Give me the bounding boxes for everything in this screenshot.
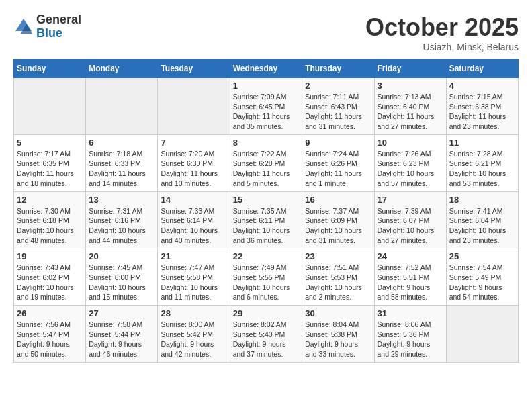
day-info: Sunrise: 7:31 AM Sunset: 6:16 PM Dayligh… (89, 206, 154, 246)
day-info: Sunrise: 7:35 AM Sunset: 6:11 PM Dayligh… (233, 206, 300, 246)
day-number: 14 (161, 195, 226, 205)
location-text: Usiazh, Minsk, Belarus (365, 42, 519, 52)
calendar-week-3: 12Sunrise: 7:30 AM Sunset: 6:18 PM Dayli… (14, 191, 519, 248)
weekday-header-saturday: Saturday (446, 60, 518, 78)
calendar-cell (86, 78, 158, 135)
calendar-cell: 4Sunrise: 7:15 AM Sunset: 6:38 PM Daylig… (446, 78, 518, 135)
calendar-cell (14, 78, 86, 135)
day-number: 10 (378, 138, 443, 148)
day-number: 16 (305, 195, 371, 205)
weekday-header-friday: Friday (374, 60, 446, 78)
calendar-cell: 10Sunrise: 7:26 AM Sunset: 6:23 PM Dayli… (374, 134, 446, 191)
day-info: Sunrise: 7:17 AM Sunset: 6:35 PM Dayligh… (17, 149, 83, 189)
calendar-cell: 22Sunrise: 7:49 AM Sunset: 5:55 PM Dayli… (230, 248, 302, 306)
day-number: 23 (305, 251, 371, 261)
day-number: 2 (305, 81, 371, 91)
title-area: October 2025 Usiazh, Minsk, Belarus (365, 13, 519, 52)
calendar-header: SundayMondayTuesdayWednesdayThursdayFrid… (14, 60, 519, 78)
day-info: Sunrise: 7:39 AM Sunset: 6:07 PM Dayligh… (378, 206, 443, 246)
day-number: 8 (233, 138, 300, 148)
calendar-cell: 25Sunrise: 7:54 AM Sunset: 5:49 PM Dayli… (446, 248, 518, 306)
day-info: Sunrise: 7:41 AM Sunset: 6:04 PM Dayligh… (449, 206, 515, 246)
day-number: 15 (233, 195, 300, 205)
calendar-table: SundayMondayTuesdayWednesdayThursdayFrid… (13, 59, 519, 363)
weekday-header-monday: Monday (86, 60, 158, 78)
calendar-cell: 18Sunrise: 7:41 AM Sunset: 6:04 PM Dayli… (446, 191, 518, 248)
day-info: Sunrise: 7:43 AM Sunset: 6:02 PM Dayligh… (17, 263, 83, 302)
day-number: 30 (305, 308, 371, 318)
page-header: General Blue October 2025 Usiazh, Minsk,… (13, 13, 519, 52)
logo-general-text: General (36, 13, 81, 27)
day-number: 9 (305, 138, 371, 148)
day-number: 11 (449, 138, 515, 148)
day-info: Sunrise: 7:28 AM Sunset: 6:21 PM Dayligh… (449, 149, 515, 189)
calendar-cell: 15Sunrise: 7:35 AM Sunset: 6:11 PM Dayli… (230, 191, 302, 248)
calendar-body: 1Sunrise: 7:09 AM Sunset: 6:45 PM Daylig… (14, 78, 519, 363)
day-number: 13 (89, 195, 154, 205)
day-info: Sunrise: 7:51 AM Sunset: 5:53 PM Dayligh… (305, 263, 371, 302)
day-info: Sunrise: 7:11 AM Sunset: 6:43 PM Dayligh… (305, 92, 371, 132)
day-info: Sunrise: 8:04 AM Sunset: 5:38 PM Dayligh… (305, 320, 371, 359)
day-number: 6 (89, 138, 154, 148)
day-number: 18 (449, 195, 515, 205)
day-info: Sunrise: 7:47 AM Sunset: 5:58 PM Dayligh… (161, 263, 226, 302)
calendar-week-5: 26Sunrise: 7:56 AM Sunset: 5:47 PM Dayli… (14, 306, 519, 363)
calendar-cell: 1Sunrise: 7:09 AM Sunset: 6:45 PM Daylig… (230, 78, 302, 135)
calendar-cell: 27Sunrise: 7:58 AM Sunset: 5:44 PM Dayli… (86, 306, 158, 363)
day-info: Sunrise: 7:45 AM Sunset: 6:00 PM Dayligh… (89, 263, 154, 302)
day-info: Sunrise: 7:52 AM Sunset: 5:51 PM Dayligh… (378, 263, 443, 302)
calendar-cell: 14Sunrise: 7:33 AM Sunset: 6:14 PM Dayli… (158, 191, 230, 248)
calendar-week-4: 19Sunrise: 7:43 AM Sunset: 6:02 PM Dayli… (14, 248, 519, 306)
day-number: 28 (161, 308, 226, 318)
day-info: Sunrise: 7:56 AM Sunset: 5:47 PM Dayligh… (17, 320, 83, 359)
day-number: 20 (89, 251, 154, 261)
day-info: Sunrise: 7:24 AM Sunset: 6:26 PM Dayligh… (305, 149, 371, 189)
calendar-cell: 5Sunrise: 7:17 AM Sunset: 6:35 PM Daylig… (14, 134, 86, 191)
calendar-cell: 24Sunrise: 7:52 AM Sunset: 5:51 PM Dayli… (374, 248, 446, 306)
day-number: 27 (89, 308, 154, 318)
calendar-cell: 8Sunrise: 7:22 AM Sunset: 6:28 PM Daylig… (230, 134, 302, 191)
day-info: Sunrise: 7:15 AM Sunset: 6:38 PM Dayligh… (449, 92, 515, 132)
calendar-cell: 7Sunrise: 7:20 AM Sunset: 6:30 PM Daylig… (158, 134, 230, 191)
calendar-cell (158, 78, 230, 135)
day-info: Sunrise: 7:26 AM Sunset: 6:23 PM Dayligh… (378, 149, 443, 189)
day-number: 29 (233, 308, 300, 318)
day-number: 12 (17, 195, 83, 205)
calendar-cell: 16Sunrise: 7:37 AM Sunset: 6:09 PM Dayli… (302, 191, 374, 248)
day-info: Sunrise: 7:13 AM Sunset: 6:40 PM Dayligh… (378, 92, 443, 132)
weekday-header-wednesday: Wednesday (230, 60, 302, 78)
calendar-cell: 17Sunrise: 7:39 AM Sunset: 6:07 PM Dayli… (374, 191, 446, 248)
calendar-cell: 28Sunrise: 8:00 AM Sunset: 5:42 PM Dayli… (158, 306, 230, 363)
calendar-week-1: 1Sunrise: 7:09 AM Sunset: 6:45 PM Daylig… (14, 78, 519, 135)
day-info: Sunrise: 7:54 AM Sunset: 5:49 PM Dayligh… (449, 263, 515, 302)
calendar-cell: 6Sunrise: 7:18 AM Sunset: 6:33 PM Daylig… (86, 134, 158, 191)
calendar-cell: 13Sunrise: 7:31 AM Sunset: 6:16 PM Dayli… (86, 191, 158, 248)
day-info: Sunrise: 7:18 AM Sunset: 6:33 PM Dayligh… (89, 149, 154, 189)
day-info: Sunrise: 7:30 AM Sunset: 6:18 PM Dayligh… (17, 206, 83, 246)
calendar-cell: 21Sunrise: 7:47 AM Sunset: 5:58 PM Dayli… (158, 248, 230, 306)
day-info: Sunrise: 8:06 AM Sunset: 5:36 PM Dayligh… (378, 320, 443, 359)
day-number: 26 (17, 308, 83, 318)
weekday-header-sunday: Sunday (14, 60, 86, 78)
day-info: Sunrise: 7:37 AM Sunset: 6:09 PM Dayligh… (305, 206, 371, 246)
day-number: 25 (449, 251, 515, 261)
day-number: 31 (378, 308, 443, 318)
weekday-header-tuesday: Tuesday (158, 60, 230, 78)
logo: General Blue (13, 13, 81, 40)
day-number: 1 (233, 81, 300, 91)
calendar-week-2: 5Sunrise: 7:17 AM Sunset: 6:35 PM Daylig… (14, 134, 519, 191)
month-title: October 2025 (365, 13, 519, 42)
day-info: Sunrise: 7:49 AM Sunset: 5:55 PM Dayligh… (233, 263, 300, 302)
day-number: 19 (17, 251, 83, 261)
day-number: 22 (233, 251, 300, 261)
day-number: 24 (378, 251, 443, 261)
day-info: Sunrise: 8:00 AM Sunset: 5:42 PM Dayligh… (161, 320, 226, 359)
day-number: 7 (161, 138, 226, 148)
logo-blue-text: Blue (36, 27, 81, 40)
calendar-cell: 19Sunrise: 7:43 AM Sunset: 6:02 PM Dayli… (14, 248, 86, 306)
calendar-cell: 29Sunrise: 8:02 AM Sunset: 5:40 PM Dayli… (230, 306, 302, 363)
day-number: 3 (378, 81, 443, 91)
calendar-cell: 26Sunrise: 7:56 AM Sunset: 5:47 PM Dayli… (14, 306, 86, 363)
weekday-header-thursday: Thursday (302, 60, 374, 78)
calendar-cell: 20Sunrise: 7:45 AM Sunset: 6:00 PM Dayli… (86, 248, 158, 306)
